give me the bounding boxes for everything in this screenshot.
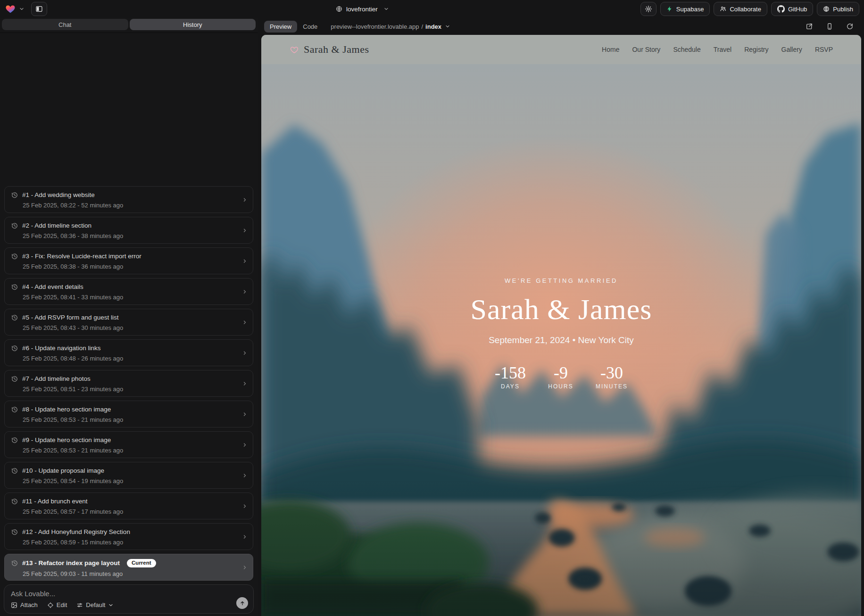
history-item-timestamp: 25 Feb 2025, 08:53 - 21 minutes ago	[23, 447, 239, 454]
edit-button[interactable]: Edit	[47, 601, 67, 608]
url-host: preview--lovefrontier.lovable.app	[331, 23, 419, 30]
site-header: Sarah & James Home Our Story Schedule Tr…	[261, 35, 861, 64]
nav-registry[interactable]: Registry	[744, 46, 768, 53]
panel-left-icon[interactable]	[31, 2, 47, 16]
countdown-hours-label: HOURS	[546, 383, 576, 390]
lovable-heart-icon[interactable]	[5, 4, 16, 14]
mode-icon	[76, 602, 83, 608]
chevron-down-icon	[445, 24, 450, 29]
collaborate-label: Collaborate	[730, 6, 761, 13]
nav-travel[interactable]: Travel	[714, 46, 731, 53]
countdown-minutes-value: -30	[596, 364, 628, 381]
history-item-title: #13 - Refactor index page layout	[22, 559, 120, 567]
project-switcher[interactable]: lovefrontier	[336, 0, 389, 18]
history-icon	[11, 314, 18, 321]
globe-icon	[336, 6, 342, 12]
history-item-timestamp: 25 Feb 2025, 08:53 - 21 minutes ago	[23, 416, 239, 423]
panel-tabs: Chat History	[2, 19, 256, 30]
hero-section: WE'RE GETTING MARRIED Sarah & James Sept…	[261, 64, 861, 616]
preview-pane: Preview Code preview--lovefrontier.lovab…	[258, 18, 864, 616]
history-item-timestamp: 25 Feb 2025, 08:43 - 30 minutes ago	[23, 324, 239, 331]
list-item[interactable]: #1 - Add wedding website 25 Feb 2025, 08…	[4, 186, 253, 213]
list-item[interactable]: #10 - Update proposal image 25 Feb 2025,…	[4, 462, 253, 489]
chevron-down-icon[interactable]	[19, 6, 25, 12]
ask-lovable-input[interactable]	[11, 590, 223, 598]
nav-rsvp[interactable]: RSVP	[815, 46, 833, 53]
history-item-timestamp: 25 Feb 2025, 08:38 - 36 minutes ago	[23, 263, 239, 270]
history-item-title: #12 - Add Honeyfund Registry Section	[22, 528, 130, 536]
history-item-timestamp: 25 Feb 2025, 08:22 - 52 minutes ago	[23, 202, 239, 209]
list-item-current[interactable]: #13 - Refactor index page layout Current…	[4, 554, 253, 581]
history-icon	[11, 376, 18, 382]
refresh-icon[interactable]	[846, 23, 854, 30]
history-icon	[11, 406, 18, 413]
send-button[interactable]	[236, 597, 248, 609]
hero-text-block: WE'RE GETTING MARRIED Sarah & James Sept…	[261, 277, 861, 390]
supabase-button[interactable]: Supabase	[660, 2, 710, 16]
mode-select[interactable]: Default	[76, 601, 114, 608]
history-icon	[11, 560, 18, 567]
list-item[interactable]: #5 - Add RSVP form and guest list 25 Feb…	[4, 309, 253, 336]
publish-button[interactable]: Publish	[817, 2, 859, 16]
github-button[interactable]: GitHub	[771, 2, 813, 16]
external-link-icon[interactable]	[806, 23, 813, 30]
attach-button[interactable]: Attach	[11, 601, 38, 608]
tab-chat[interactable]: Chat	[2, 19, 128, 30]
chevron-right-icon	[242, 442, 248, 448]
chevron-down-icon	[108, 602, 114, 608]
tab-code[interactable]: Code	[297, 21, 323, 33]
hero-eyebrow: WE'RE GETTING MARRIED	[261, 277, 861, 284]
history-item-timestamp: 25 Feb 2025, 09:03 - 11 minutes ago	[23, 570, 239, 577]
list-item[interactable]: #4 - Add event details 25 Feb 2025, 08:4…	[4, 278, 253, 305]
chevron-right-icon	[242, 258, 248, 264]
publish-icon	[823, 6, 830, 12]
nav-home[interactable]: Home	[602, 46, 619, 53]
site-brand[interactable]: Sarah & James	[290, 43, 369, 56]
history-icon	[11, 437, 18, 444]
history-icon	[11, 498, 18, 505]
list-item[interactable]: #8 - Update hero section image 25 Feb 20…	[4, 401, 253, 427]
history-item-title: #2 - Add timeline section	[22, 222, 91, 230]
chevron-right-icon	[242, 411, 248, 417]
nav-our-story[interactable]: Our Story	[632, 46, 660, 53]
history-icon	[11, 468, 18, 474]
collaborate-button[interactable]: Collaborate	[714, 2, 767, 16]
site-brand-label: Sarah & James	[304, 43, 369, 56]
chevron-right-icon	[242, 381, 248, 386]
prompt-composer: Attach Edit Defaul	[4, 584, 254, 614]
history-item-timestamp: 25 Feb 2025, 08:48 - 26 minutes ago	[23, 355, 239, 362]
history-icon	[11, 284, 18, 290]
history-item-timestamp: 25 Feb 2025, 08:41 - 33 minutes ago	[23, 294, 239, 301]
list-item[interactable]: #6 - Update navigation links 25 Feb 2025…	[4, 339, 253, 366]
mobile-icon[interactable]	[826, 23, 833, 30]
list-item[interactable]: #11 - Add brunch event 25 Feb 2025, 08:5…	[4, 493, 253, 519]
history-item-title: #5 - Add RSVP form and guest list	[22, 314, 119, 321]
list-item[interactable]: #7 - Add timeline photos 25 Feb 2025, 08…	[4, 370, 253, 397]
list-item[interactable]: #9 - Update hero section image 25 Feb 20…	[4, 431, 253, 458]
settings-button[interactable]	[640, 2, 656, 16]
send-icon	[240, 600, 245, 606]
chevron-right-icon	[242, 503, 248, 509]
list-item[interactable]: #12 - Add Honeyfund Registry Section 25 …	[4, 523, 253, 550]
nav-gallery[interactable]: Gallery	[781, 46, 802, 53]
history-item-title: #8 - Update hero section image	[22, 406, 111, 413]
top-bar: lovefrontier Supabase	[0, 0, 864, 18]
project-name: lovefrontier	[346, 6, 378, 13]
tab-history[interactable]: History	[130, 19, 256, 30]
list-item[interactable]: #3 - Fix: Resolve Lucide-react import er…	[4, 247, 253, 274]
history-item-title: #1 - Add wedding website	[22, 191, 95, 199]
hero-subtitle: September 21, 2024 • New York City	[261, 335, 861, 345]
countdown-days: -158 DAYS	[495, 364, 526, 390]
app-window: lovefrontier Supabase	[0, 0, 864, 616]
preview-url[interactable]: preview--lovefrontier.lovable.app / inde…	[331, 23, 450, 30]
list-item[interactable]: #2 - Add timeline section 25 Feb 2025, 0…	[4, 217, 253, 244]
tab-preview[interactable]: Preview	[264, 21, 297, 33]
attach-icon	[11, 602, 17, 608]
countdown-hours-value: -9	[546, 364, 576, 381]
nav-schedule[interactable]: Schedule	[673, 46, 700, 53]
chevron-right-icon	[242, 534, 248, 540]
collaborate-icon	[720, 6, 726, 12]
url-page: index	[425, 23, 441, 30]
history-icon	[11, 222, 18, 229]
history-item-timestamp: 25 Feb 2025, 08:59 - 15 minutes ago	[23, 539, 239, 546]
